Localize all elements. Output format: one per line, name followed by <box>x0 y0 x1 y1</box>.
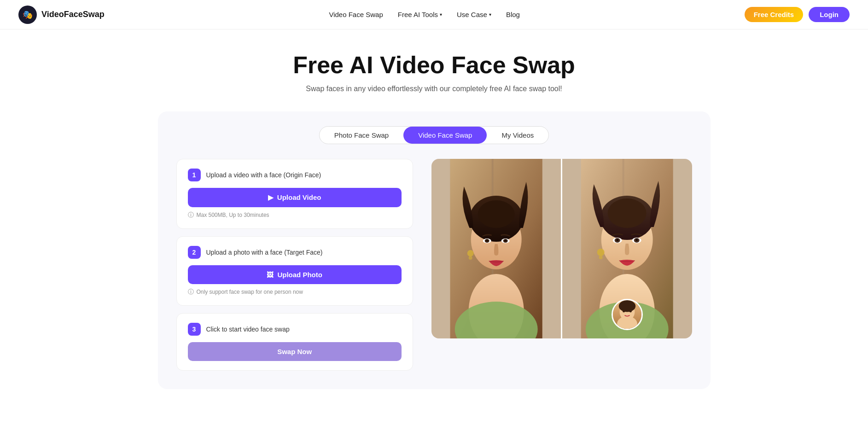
preview-images <box>431 159 692 338</box>
step-1-number: 1 <box>188 169 201 181</box>
logo-icon: 🎭 <box>18 6 37 24</box>
svg-point-36 <box>629 311 631 313</box>
preview-divider <box>561 159 562 338</box>
thumb-face-svg <box>613 300 641 329</box>
nav-item-free-ai-tools[interactable]: Free AI Tools ▾ <box>398 11 442 18</box>
svg-point-30 <box>599 256 603 259</box>
logo[interactable]: 🎭 VideoFaceSwap <box>18 6 105 24</box>
play-icon: ▶ <box>268 193 274 202</box>
preview-swapped <box>562 159 692 338</box>
step-3-number: 3 <box>188 323 201 336</box>
tab-group: Photo Face Swap Video Face Swap My Video… <box>319 126 549 144</box>
content-area: 1 Upload a video with a face (Origin Fac… <box>176 159 692 371</box>
hero-title: Free AI Video Face Swap <box>9 52 859 79</box>
swap-now-button[interactable]: Swap Now <box>188 342 402 361</box>
svg-point-10 <box>486 239 488 241</box>
step-1-hint: ⓘ Max 500MB, Up to 30minutes <box>188 211 402 219</box>
step-2-number: 2 <box>188 246 201 259</box>
step-1-card: 1 Upload a video with a face (Origin Fac… <box>176 159 413 229</box>
tab-video-face-swap[interactable]: Video Face Swap <box>403 127 487 144</box>
nav-item-blog[interactable]: Blog <box>506 11 520 18</box>
nav-item-use-case[interactable]: Use Case ▾ <box>457 11 491 18</box>
step-3-header: 3 Click to start video face swap <box>188 323 402 336</box>
svg-point-13 <box>504 239 506 241</box>
preview-original <box>431 159 561 338</box>
upload-photo-button[interactable]: 🖼 Upload Photo <box>188 265 402 284</box>
svg-point-29 <box>597 249 605 256</box>
step-3-title: Click to start video face swap <box>206 326 290 333</box>
svg-point-7 <box>478 200 514 228</box>
step-1-title: Upload a video with a face (Origin Face) <box>206 171 321 179</box>
preview-column <box>431 159 692 338</box>
header: 🎭 VideoFaceSwap Video Face Swap Free AI … <box>0 0 868 29</box>
upload-video-button[interactable]: ▶ Upload Video <box>188 188 402 207</box>
chevron-down-icon: ▾ <box>489 12 491 17</box>
step-3-card: 3 Click to start video face swap Swap No… <box>176 313 413 371</box>
free-credits-button[interactable]: Free Credits <box>745 7 804 22</box>
step-2-card: 2 Upload a photo with a face (Target Fac… <box>176 236 413 306</box>
svg-point-33 <box>619 300 635 312</box>
header-actions: Free Credits Login <box>745 7 850 22</box>
main-card: Photo Face Swap Video Face Swap My Video… <box>158 111 711 389</box>
step-2-header: 2 Upload a photo with a face (Target Fac… <box>188 246 402 259</box>
original-face-svg <box>431 159 561 338</box>
step-2-hint: ⓘ Only support face swap for one person … <box>188 288 402 296</box>
svg-point-14 <box>467 250 473 256</box>
main-nav: Video Face Swap Free AI Tools ▾ Use Case… <box>329 11 519 18</box>
svg-point-22 <box>608 198 647 228</box>
tab-photo-face-swap[interactable]: Photo Face Swap <box>320 127 403 144</box>
thumb-overlay <box>612 299 643 330</box>
chevron-down-icon: ▾ <box>440 12 442 17</box>
step-2-title: Upload a photo with a face (Target Face) <box>206 249 323 256</box>
hero-subtitle: Swap faces in any video effortlessly wit… <box>9 85 859 93</box>
nav-item-video-face-swap[interactable]: Video Face Swap <box>329 11 383 18</box>
hero-section: Free AI Video Face Swap Swap faces in an… <box>0 29 868 104</box>
svg-point-28 <box>635 239 638 241</box>
info-icon: ⓘ <box>188 211 194 219</box>
info-icon: ⓘ <box>188 288 194 296</box>
steps-column: 1 Upload a video with a face (Origin Fac… <box>176 159 413 371</box>
image-icon: 🖼 <box>267 271 274 279</box>
step-1-header: 1 Upload a video with a face (Origin Fac… <box>188 169 402 181</box>
svg-point-25 <box>616 239 618 241</box>
login-button[interactable]: Login <box>809 7 850 22</box>
svg-point-35 <box>623 311 625 313</box>
tab-my-videos[interactable]: My Videos <box>487 127 548 144</box>
svg-point-15 <box>468 256 472 260</box>
logo-text: VideoFaceSwap <box>41 10 105 19</box>
